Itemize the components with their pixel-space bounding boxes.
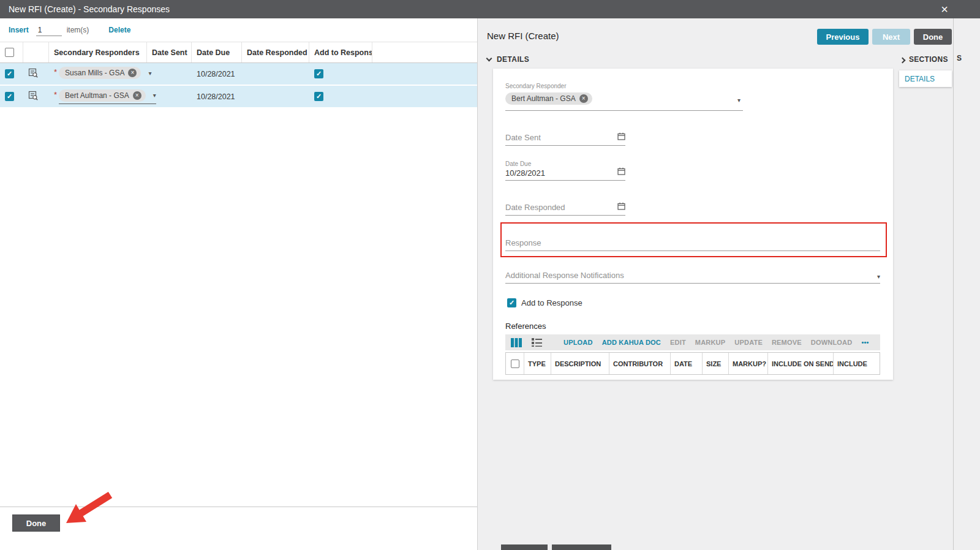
- date-due-cell[interactable]: 10/28/2021: [192, 63, 242, 85]
- edit-button: EDIT: [670, 339, 686, 346]
- date-responded-cell[interactable]: [242, 63, 309, 85]
- responder-row-1[interactable]: ✓ * Susan Mills - GSA × ▾ 10/28/2021: [0, 63, 477, 86]
- col-date-sent: Date Sent: [147, 42, 192, 62]
- sections-flyout: DETAILS: [899, 70, 952, 87]
- items-label: item(s): [67, 26, 89, 34]
- add-to-response-cell: ✓: [309, 86, 372, 107]
- update-button: UPDATE: [734, 339, 763, 346]
- add-to-response-checkbox[interactable]: ✓: [314, 69, 323, 78]
- refs-col-contributor: CONTRIBUTOR: [609, 353, 671, 374]
- refs-col-markup: MARKUP?: [729, 353, 768, 374]
- refs-col-include-on-send: INCLUDE ON SEND: [768, 353, 834, 374]
- panel-title: New RFI (Create): [487, 31, 559, 41]
- date-sent-cell[interactable]: [147, 63, 192, 85]
- response-placeholder: Response: [505, 238, 880, 251]
- col-date-due: Date Due: [192, 42, 242, 62]
- open-detail-icon[interactable]: [28, 68, 38, 80]
- upload-button[interactable]: UPLOAD: [564, 339, 593, 346]
- modal-title: New RFI (Create) - Secondary Responses: [9, 4, 170, 14]
- required-marker: *: [54, 90, 57, 99]
- delete-link[interactable]: Delete: [108, 26, 130, 34]
- refs-select-all-checkbox[interactable]: [511, 360, 519, 368]
- previous-button[interactable]: Previous: [817, 29, 869, 45]
- date-sent-field[interactable]: Date Sent: [505, 129, 625, 146]
- done-button-right[interactable]: Done: [914, 29, 952, 45]
- col-add-to-response: Add to Response: [309, 42, 372, 62]
- remove-responder-icon[interactable]: ×: [128, 69, 137, 77]
- date-responded-cell[interactable]: [242, 86, 309, 107]
- additional-notifications-field[interactable]: Additional Response Notifications ▾: [505, 266, 880, 284]
- row-checkbox[interactable]: ✓: [5, 69, 14, 78]
- add-kahua-doc-button[interactable]: ADD KAHUA DOC: [602, 339, 661, 346]
- refs-col-size: SIZE: [703, 353, 729, 374]
- partial-cutoff-button[interactable]: [552, 544, 611, 550]
- details-form-card: Secondary Responder Bert Aultman - GSA ×…: [493, 69, 893, 380]
- add-to-response-label: Add to Response: [521, 298, 582, 307]
- responder-chip[interactable]: Bert Aultman - GSA ×: [505, 92, 592, 105]
- col-secondary-responders: Secondary Responders: [49, 42, 147, 62]
- add-to-response-row: ✓ Add to Response: [507, 298, 582, 307]
- list-view-icon[interactable]: [532, 338, 543, 347]
- response-field[interactable]: Response: [505, 234, 880, 251]
- select-all-cell: [0, 42, 23, 62]
- calendar-icon[interactable]: [617, 167, 625, 180]
- done-button[interactable]: Done: [12, 514, 60, 532]
- calendar-icon[interactable]: [617, 132, 625, 145]
- responder-chip[interactable]: Bert Aultman - GSA ×: [59, 89, 146, 102]
- date-responded-field[interactable]: Date Responded: [505, 198, 625, 216]
- responder-chip-label: Bert Aultman - GSA: [65, 91, 129, 100]
- refs-select-all-cell: [506, 353, 524, 374]
- col-date-responded: Date Responded: [242, 42, 309, 62]
- details-section-toggle[interactable]: DETAILS: [487, 55, 529, 64]
- add-to-response-checkbox[interactable]: ✓: [507, 298, 516, 307]
- remove-responder-icon[interactable]: ×: [133, 91, 141, 100]
- references-label: References: [505, 322, 546, 331]
- detail-column-header: [23, 42, 49, 62]
- dropdown-icon[interactable]: ▾: [877, 273, 880, 283]
- chevron-down-icon: [486, 55, 492, 61]
- add-to-response-checkbox[interactable]: ✓: [314, 92, 323, 101]
- responder-row-2[interactable]: ✓ * Bert Aultman - GSA × ▾ 10/28/2021: [0, 86, 477, 108]
- grid-header-row: Secondary Responders Date Sent Date Due …: [0, 42, 477, 63]
- date-sent-cell[interactable]: [147, 86, 192, 107]
- date-due-label: Date Due: [505, 160, 531, 167]
- row-select-cell: ✓: [0, 86, 23, 107]
- next-button[interactable]: Next: [872, 29, 910, 45]
- partial-cutoff-button[interactable]: [501, 544, 548, 550]
- remove-button: REMOVE: [772, 339, 802, 346]
- grid-view-icon[interactable]: [511, 338, 522, 347]
- modal-titlebar: New RFI (Create) - Secondary Responses ×: [0, 0, 980, 18]
- row-detail-cell: [23, 86, 49, 107]
- col-filler: [372, 42, 477, 62]
- required-marker: *: [54, 67, 57, 77]
- date-due-cell[interactable]: 10/28/2021: [192, 86, 242, 107]
- panel-edge-divider: [953, 18, 954, 550]
- grid-toolbar: Insert item(s) Delete: [0, 18, 477, 42]
- more-actions-icon[interactable]: •••: [861, 339, 869, 346]
- additional-notifications-placeholder: Additional Response Notifications: [505, 271, 877, 283]
- sections-toggle[interactable]: SECTIONS: [900, 55, 948, 64]
- responder-dropdown-icon[interactable]: ▾: [737, 97, 741, 104]
- insert-link[interactable]: Insert: [9, 26, 29, 34]
- select-all-checkbox[interactable]: [5, 48, 14, 57]
- row-checkbox[interactable]: ✓: [5, 92, 14, 101]
- close-icon[interactable]: ×: [941, 1, 948, 18]
- chevron-right-icon: [900, 57, 906, 63]
- calendar-icon[interactable]: [617, 202, 625, 215]
- secondary-responder-label: Secondary Responder: [505, 83, 567, 89]
- secondary-responder-field[interactable]: Bert Aultman - GSA × ▾: [505, 92, 743, 111]
- secondary-responses-panel: Insert item(s) Delete Secondary Responde…: [0, 18, 478, 550]
- markup-button: MARKUP: [695, 339, 725, 346]
- row-detail-cell: [23, 63, 49, 85]
- responder-chip-label: Susan Mills - GSA: [65, 69, 124, 77]
- responder-chip[interactable]: Susan Mills - GSA ×: [59, 67, 141, 79]
- date-due-field[interactable]: 10/28/2021: [505, 168, 625, 181]
- date-sent-placeholder: Date Sent: [505, 133, 617, 145]
- open-detail-icon[interactable]: [28, 91, 38, 102]
- download-button: DOWNLOAD: [811, 339, 853, 346]
- insert-count-input[interactable]: [36, 24, 62, 36]
- remove-responder-icon[interactable]: ×: [579, 94, 588, 103]
- date-responded-placeholder: Date Responded: [505, 203, 617, 215]
- cutoff-sections-text: S: [957, 54, 962, 62]
- sections-item-details[interactable]: DETAILS: [905, 75, 935, 83]
